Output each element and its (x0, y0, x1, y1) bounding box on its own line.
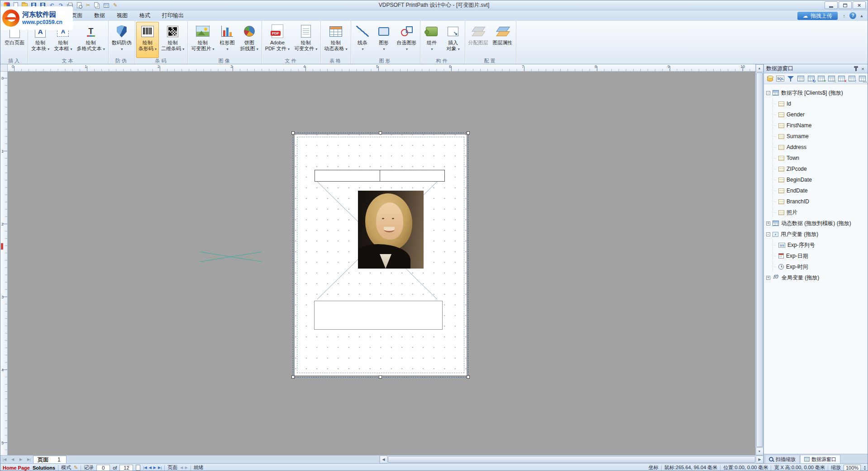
tree-item-FirstName[interactable]: FirstName (766, 120, 868, 131)
ribbon-button-5-1[interactable]: 绘制可变图片 ▾ (189, 22, 216, 58)
panel-tab-1[interactable]: 扫描缩放 (765, 455, 800, 463)
copy-button[interactable] (93, 1, 101, 10)
ribbon-button-6-1[interactable]: AdobePDF 文件 ▾ (263, 22, 292, 58)
prev-page-button[interactable]: ◀ (180, 466, 183, 470)
tree-item-EndDate[interactable]: EndDate (766, 185, 868, 196)
pin-icon[interactable] (853, 66, 859, 72)
next-page-tab-button[interactable]: ▶ (17, 456, 25, 463)
ribbon-button-4-2[interactable]: 绘制二维条码 ▾ (159, 22, 186, 58)
tree-item-照片[interactable]: 照片 (766, 207, 868, 218)
import-data-button[interactable] (827, 74, 836, 83)
ribbon-button-5-2[interactable]: 柱形图▾ (217, 22, 238, 58)
ribbon-tab-4[interactable]: 数据 (88, 10, 111, 21)
expander-icon[interactable]: - (766, 232, 770, 236)
vertical-scroll-thumb[interactable] (756, 72, 763, 447)
ribbon-tab-5[interactable]: 视图 (111, 10, 134, 21)
tree-item-Exp-序列号[interactable]: Exp-序列号 (766, 240, 868, 250)
ribbon-tab-7[interactable]: 打印输出 (156, 10, 190, 21)
cut-button[interactable]: ✂ (84, 1, 92, 10)
tree-item-BeginDate[interactable]: BeginDate (766, 174, 868, 185)
home-page-link[interactable]: Home Page (3, 465, 30, 471)
ribbon-tab-6[interactable]: 格式 (134, 10, 156, 21)
expander-icon[interactable]: + (766, 221, 770, 226)
scroll-right-button[interactable]: ▶ (756, 456, 763, 463)
export-data-button[interactable] (848, 74, 857, 83)
selection-handle[interactable] (379, 375, 382, 379)
ribbon-button-10-1[interactable]: 分配图层 (466, 22, 491, 58)
vertical-scrollbar[interactable]: ▲ ▼ (755, 64, 763, 455)
prev-page-tab-button[interactable]: ◀ (9, 456, 17, 463)
prev-record-button[interactable]: ◀ (149, 466, 152, 470)
database-button[interactable] (766, 74, 775, 83)
refresh-button[interactable] (806, 74, 816, 83)
tree-item-Surname[interactable]: Surname (766, 131, 868, 142)
ribbon-button-7-1[interactable]: 绘制动态表格 ▾ (322, 22, 349, 58)
scroll-up-button[interactable]: ▲ (756, 64, 763, 72)
edit-pencil-button[interactable]: ✎ (111, 1, 119, 10)
tree-node-4[interactable]: +全局变量 (拖放) (766, 272, 868, 283)
tree-node-1[interactable]: -数据字段 [Clients$] (拖放) (766, 87, 868, 98)
sync-icon[interactable]: ↑ (840, 12, 848, 19)
ribbon-button-4-1[interactable]: 绘制条形码 ▾ (136, 22, 159, 58)
ribbon-button-9-2[interactable]: 插入对象 ▾ (443, 22, 464, 58)
ribbon-button-8-3[interactable]: 自选图形▾ (395, 22, 419, 58)
ribbon-button-8-2[interactable]: 图形▾ (373, 22, 395, 58)
selection-handle[interactable] (379, 131, 382, 135)
next-record-button[interactable]: ▶ (153, 466, 156, 470)
horizontal-scroll-thumb[interactable] (388, 456, 755, 463)
insert-table-button[interactable] (102, 1, 110, 10)
selection-handle[interactable] (291, 131, 295, 135)
tree-item-BranchID[interactable]: BranchID (766, 196, 868, 207)
print-preview-button[interactable] (75, 1, 83, 10)
minimize-button[interactable] (825, 1, 838, 9)
tree-item-Exp-时间[interactable]: Exp-时间 (766, 261, 868, 272)
zoom-stepper[interactable]: ▲▼ (863, 465, 866, 471)
tree-item-Town[interactable]: Town (766, 153, 868, 163)
ribbon-button-2-3[interactable]: 绘制多格式文本 ▾ (75, 22, 107, 58)
text-box[interactable] (314, 301, 443, 330)
close-panel-icon[interactable]: × (859, 66, 866, 72)
tree-item-Gender[interactable]: Gender (766, 109, 868, 120)
tree-item-ZIPcode[interactable]: ZIPcode (766, 163, 868, 174)
maximize-button[interactable] (839, 1, 852, 9)
scroll-left-button[interactable]: ◀ (380, 456, 387, 463)
design-page[interactable] (295, 135, 467, 375)
upload-button[interactable]: ☁ 拖拽上传 (797, 12, 838, 20)
panel-tab-2[interactable]: 数据源窗口 (800, 455, 840, 463)
close-button[interactable]: × (853, 1, 866, 9)
solutions-link[interactable]: Solutions (33, 465, 55, 471)
tree-item-Address[interactable]: Address (766, 142, 868, 153)
help-icon[interactable]: ? (849, 12, 856, 19)
sql-button[interactable] (776, 74, 785, 83)
design-canvas[interactable] (8, 72, 755, 455)
tree-node-3[interactable]: -用户变量 (拖放) (766, 229, 868, 240)
ribbon-button-6-2[interactable]: 绘制可变文件 ▾ (292, 22, 320, 58)
ribbon-button-10-2[interactable]: 图层属性 (491, 22, 515, 58)
selection-handle[interactable] (467, 375, 470, 379)
scroll-down-button[interactable]: ▼ (756, 447, 763, 455)
edit-pencil-icon[interactable]: ✎ (74, 465, 78, 470)
ribbon-button-8-1[interactable]: 线条▾ (352, 22, 373, 58)
horizontal-scrollbar[interactable]: ◀ ▶ (379, 456, 763, 463)
empty-placeholder-lines[interactable] (200, 252, 262, 262)
append-record-button[interactable] (817, 74, 826, 83)
first-record-button[interactable]: |◀ (143, 466, 147, 470)
selection-handle[interactable] (291, 375, 295, 379)
ribbon-button-9-1[interactable]: 组件▾ (421, 22, 443, 58)
expander-icon[interactable]: + (766, 276, 770, 280)
header-table[interactable] (315, 170, 445, 182)
collapse-ribbon-icon[interactable]: ▲ (858, 12, 866, 19)
page-tab[interactable]: 页面 1 (33, 456, 67, 463)
record-current-field[interactable]: 0 (96, 465, 110, 471)
next-page-button[interactable]: ▶ (185, 466, 187, 470)
variable-image-photo[interactable] (358, 191, 424, 269)
ribbon-button-3-1[interactable]: 数码防伪▾ (110, 22, 134, 58)
last-record-button[interactable]: ▶| (158, 466, 162, 470)
delete-record-button[interactable] (837, 74, 846, 83)
filter-button[interactable] (786, 74, 795, 83)
fields-button[interactable] (796, 74, 806, 83)
last-page-tab-button[interactable]: ▶| (25, 456, 33, 463)
tree-node-2[interactable]: +动态数据 (拖放到模板) (拖放) (766, 218, 868, 229)
browse-data-button[interactable] (858, 74, 867, 83)
first-page-tab-button[interactable]: |◀ (0, 456, 9, 463)
